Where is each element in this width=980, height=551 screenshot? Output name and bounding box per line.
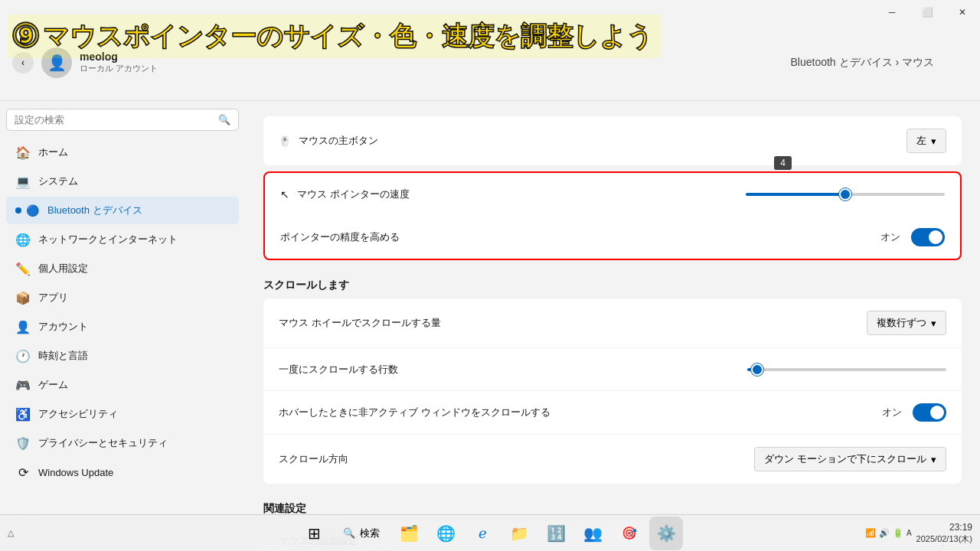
files-icon: 📁 <box>510 524 529 543</box>
sidebar-item-home[interactable]: 🏠 ホーム <box>6 139 239 166</box>
game-icon: 🎯 <box>622 526 637 540</box>
sidebar-label-gaming: ゲーム <box>38 378 68 392</box>
search-taskbar-label: 検索 <box>360 527 380 540</box>
main-button-dropdown[interactable]: 左 ▾ <box>906 129 946 153</box>
sidebar-item-accounts[interactable]: 👤 アカウント <box>6 313 239 341</box>
hover-toggle[interactable] <box>913 403 946 422</box>
speed-row: ↖ マウス ポインターの速度 <box>265 173 960 216</box>
wifi-icon[interactable]: 📶 <box>865 528 876 538</box>
direction-control[interactable]: ダウン モーションで下にスクロール ▾ <box>754 447 946 471</box>
taskbar-time[interactable]: 23:19 2025/02/13(木) <box>916 522 972 545</box>
lines-row: 一度にスクロールする行数 <box>263 348 962 391</box>
sidebar-label-network: ネットワークとインターネット <box>38 233 178 246</box>
edge-icon: ℯ <box>479 525 487 542</box>
gaming-icon: 🎮 <box>15 377 31 393</box>
search-button[interactable]: 🔍 検索 <box>334 517 389 550</box>
speed-slider-container[interactable] <box>746 187 945 202</box>
personalize-icon: ✏️ <box>15 261 31 276</box>
battery-icon[interactable]: 🔋 <box>893 528 903 538</box>
speed-value-bubble: 4 <box>774 156 792 170</box>
precision-toggle[interactable] <box>911 228 945 246</box>
main-button-card: 🖱️ マウスの主ボタン 左 ▾ <box>263 116 962 165</box>
precision-row: ポインターの精度を高める オン <box>265 216 960 259</box>
app-window: ─ ⬜ ✕ ‹ 👤 meolog ローカル アカウント Bluetooth とデ… <box>0 0 980 551</box>
chevron-down-icon-2: ▾ <box>931 318 936 329</box>
lines-slider-wrapper <box>747 362 946 377</box>
chrome-button[interactable]: 🌐 <box>429 517 462 550</box>
hover-on-label: オン <box>882 406 902 419</box>
sidebar: 🔍 🏠 ホーム 💻 システム 🔵 Bluetooth とデバイス 🌐 ネットワー… <box>0 101 245 551</box>
sidebar-label-update: Windows Update <box>38 467 113 478</box>
app-body: 🔍 🏠 ホーム 💻 システム 🔵 Bluetooth とデバイス 🌐 ネットワー… <box>0 101 980 551</box>
chrome-icon: 🌐 <box>436 524 456 543</box>
sidebar-item-update[interactable]: ⟳ Windows Update <box>6 458 239 486</box>
start-icon: ⊞ <box>308 524 321 543</box>
files-button[interactable]: 📁 <box>502 517 536 550</box>
edge-button[interactable]: ℯ <box>466 517 499 550</box>
system-icon: 💻 <box>15 174 31 189</box>
calc-button[interactable]: 🔢 <box>539 517 573 550</box>
chevron-down-icon-3: ▾ <box>931 454 936 465</box>
main-button-row: 🖱️ マウスの主ボタン 左 ▾ <box>263 116 962 165</box>
chevron-up-icon[interactable]: △ <box>8 528 14 538</box>
accessibility-icon: ♿ <box>15 406 31 422</box>
wheel-control[interactable]: 複数行ずつ ▾ <box>867 311 946 335</box>
taskbar-left: △ <box>8 528 14 538</box>
hover-label: ホバーしたときに非アクティブ ウィンドウをスクロールする <box>279 406 882 419</box>
game-button[interactable]: 🎯 <box>612 517 646 550</box>
lines-slider-container[interactable] <box>747 362 946 377</box>
sidebar-item-privacy[interactable]: 🛡️ プライバシーとセキュリティ <box>6 429 239 457</box>
speed-label: ↖ マウス ポインターの速度 <box>280 187 730 201</box>
sidebar-item-gaming[interactable]: 🎮 ゲーム <box>6 371 239 399</box>
scroll-card: マウス ホイールでスクロールする量 複数行ずつ ▾ 一度にスクロールする行数 <box>263 298 962 484</box>
explorer-icon: 🗂️ <box>400 524 419 543</box>
wheel-dropdown[interactable]: 複数行ずつ ▾ <box>867 311 946 335</box>
update-icon: ⟳ <box>15 465 31 480</box>
speed-slider-thumb[interactable] <box>839 188 851 201</box>
direction-label: スクロール方向 <box>279 452 754 466</box>
sidebar-label-time: 時刻と言語 <box>38 349 88 363</box>
active-dot <box>15 207 21 214</box>
sidebar-label-personalize: 個人用設定 <box>38 262 88 276</box>
sidebar-label-home: ホーム <box>38 145 68 159</box>
sidebar-item-time[interactable]: 🕐 時刻と言語 <box>6 342 239 370</box>
overlay-title: ⑨ マウスポインターのサイズ・色・速度を調整しよう <box>0 0 980 73</box>
sidebar-item-personalize[interactable]: ✏️ 個人用設定 <box>6 255 239 282</box>
explorer-button[interactable]: 🗂️ <box>392 517 426 550</box>
sidebar-label-accounts: アカウント <box>38 320 88 334</box>
speed-text: マウス ポインターの速度 <box>297 187 410 201</box>
scroll-section-title: スクロールします <box>263 266 962 298</box>
teams-button[interactable]: 👥 <box>576 517 609 550</box>
lines-slider-track <box>747 368 946 371</box>
hover-row: ホバーしたときに非アクティブ ウィンドウをスクロールする オン <box>263 391 962 435</box>
overlay-title-text: マウスポインターのサイズ・色・速度を調整しよう <box>43 19 653 54</box>
taskbar-right: 📶 🔊 🔋 A 23:19 2025/02/13(木) <box>865 522 972 545</box>
system-tray-left: △ <box>8 528 14 538</box>
search-box[interactable]: 🔍 <box>6 109 239 131</box>
sidebar-item-system[interactable]: 💻 システム <box>6 168 239 195</box>
hover-control: オン <box>882 403 946 422</box>
search-input[interactable] <box>15 114 215 126</box>
volume-icon[interactable]: 🔊 <box>879 528 890 538</box>
system-icons: 📶 🔊 🔋 A <box>865 528 912 538</box>
sidebar-label-system: システム <box>38 174 78 188</box>
input-icon[interactable]: A <box>906 529 912 537</box>
search-taskbar-icon: 🔍 <box>343 527 355 539</box>
sidebar-item-apps[interactable]: 📦 アプリ <box>6 284 239 311</box>
lines-label: 一度にスクロールする行数 <box>279 363 732 377</box>
start-button[interactable]: ⊞ <box>297 517 331 550</box>
overlay-number: ⑨ <box>11 18 40 55</box>
main-button-label: 🖱️ マウスの主ボタン <box>279 134 906 148</box>
sidebar-label-bluetooth: Bluetooth とデバイス <box>47 204 142 217</box>
lines-slider-thumb[interactable] <box>751 364 763 376</box>
settings-taskbar-button[interactable]: ⚙️ <box>649 517 683 550</box>
sidebar-item-network[interactable]: 🌐 ネットワークとインターネット <box>6 226 239 253</box>
main-button-control[interactable]: 左 ▾ <box>906 129 946 153</box>
home-icon: 🏠 <box>15 145 31 160</box>
sidebar-item-accessibility[interactable]: ♿ アクセシビリティ <box>6 400 239 428</box>
main-content: 🖱️ マウスの主ボタン 左 ▾ 4 ↖ <box>245 101 980 551</box>
precision-label: ポインターの精度を高める <box>280 230 880 244</box>
direction-dropdown[interactable]: ダウン モーションで下にスクロール ▾ <box>754 447 946 471</box>
direction-row: スクロール方向 ダウン モーションで下にスクロール ▾ <box>263 435 962 484</box>
sidebar-item-bluetooth[interactable]: 🔵 Bluetooth とデバイス <box>6 197 239 224</box>
